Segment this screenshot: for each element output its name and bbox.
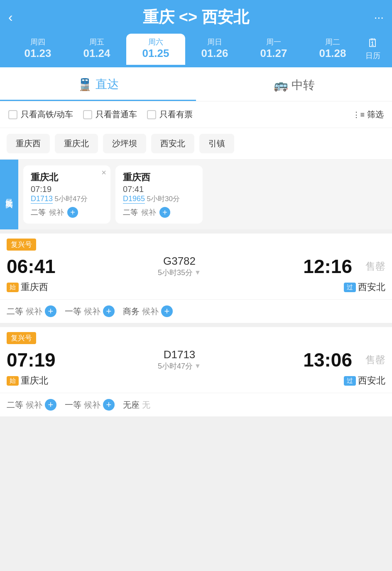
rc-depart-station: 重庆西 <box>123 171 195 184</box>
rc-depart-station: 重庆北 <box>31 171 103 184</box>
train-tag: 复兴号 <box>7 332 36 344</box>
filter-row: 只看高铁/动车 只看普通车 只看有票 ⋮≡ 筛选 <box>0 101 392 128</box>
station-pill[interactable]: 重庆西 <box>7 134 50 153</box>
date-tab-tue[interactable]: 周二 01.28 <box>303 34 362 65</box>
add-waitlist-button[interactable]: + <box>45 399 56 411</box>
tab-direct[interactable]: 🚆 直达 <box>0 67 196 101</box>
mode-tabs: 🚆 直达 🚌 中转 <box>0 67 392 101</box>
date-num: 01.28 <box>319 47 346 60</box>
checkbox-gaotie[interactable] <box>8 110 17 119</box>
date-num: 01.26 <box>201 47 228 60</box>
depart-station-badge: 始 重庆北 <box>7 374 48 387</box>
arrive-station-name: 西安北 <box>358 374 385 387</box>
ticket-item: 无座 无 <box>123 399 150 411</box>
day-of-week: 周一 <box>266 37 281 47</box>
rc-ticket-class: 二等 <box>123 207 138 217</box>
train-station-row: 始 重庆北 过 西安北 <box>0 374 392 393</box>
ticket-availability: 候补 <box>84 306 100 317</box>
arrow-icon: ▼ <box>194 269 201 276</box>
train-depart-time: 06:41 <box>7 255 61 278</box>
date-num: 01.27 <box>260 47 287 60</box>
depart-badge: 始 <box>7 283 19 292</box>
add-waitlist-button[interactable]: + <box>161 305 173 317</box>
date-tab-thu[interactable]: 周四 01.23 <box>8 34 67 65</box>
ticket-item: 二等 候补 + <box>7 305 56 317</box>
ticket-row: 二等 候补 + 一等 候补 + 商务 候补 + <box>0 299 392 323</box>
calendar-button[interactable]: 🗓 日历 <box>362 33 384 66</box>
filter-putong[interactable]: 只看普通车 <box>83 109 137 120</box>
back-button[interactable]: ‹ <box>8 10 25 25</box>
date-tab-sun[interactable]: 周日 01.26 <box>185 34 244 65</box>
train-results: 复兴号 06:41 G3782 5小时35分 ▼ 12:16 售罄 始 重庆西 … <box>0 234 392 416</box>
date-tabs: 周四 01.23周五 01.24周六 01.25周日 01.26周一 01.27… <box>8 33 384 67</box>
train-main-row: 06:41 G3782 5小时35分 ▼ 12:16 售罄 <box>0 251 392 281</box>
day-of-week: 周日 <box>207 37 222 47</box>
calendar-icon: 🗓 <box>367 36 379 50</box>
train-arrive-time: 12:16 <box>298 255 352 278</box>
date-tab-mon[interactable]: 周一 01.27 <box>244 34 303 65</box>
rc-train-number: D1713 <box>31 194 53 204</box>
ticket-availability: 候补 <box>26 306 42 317</box>
bus-icon: 🚌 <box>274 78 288 92</box>
station-pills: 重庆西重庆北沙坪坝西安北引镇 <box>0 128 392 160</box>
day-of-week: 周四 <box>30 37 45 47</box>
train-number[interactable]: G3782 <box>163 255 196 268</box>
add-waitlist-button[interactable]: + <box>45 305 56 317</box>
close-button[interactable]: × <box>101 168 106 177</box>
train-tag: 复兴号 <box>7 239 36 251</box>
station-pill[interactable]: 沙坪坝 <box>103 134 146 153</box>
arrive-station-badge: 过 西安北 <box>344 374 385 387</box>
rc-duration: 5小时30分 <box>147 195 180 203</box>
train-card: 复兴号 07:19 D1713 5小时47分 ▼ 13:06 售罄 始 重庆北 … <box>0 327 392 416</box>
rc-train-row: D1965 5小时30分 <box>123 194 195 204</box>
add-waitlist-button[interactable]: + <box>67 207 78 218</box>
depart-station-name: 重庆西 <box>21 281 48 293</box>
station-pill[interactable]: 西安北 <box>151 134 194 153</box>
add-waitlist-button[interactable]: + <box>159 207 170 218</box>
station-pill[interactable]: 重庆北 <box>55 134 98 153</box>
filter-gaotie[interactable]: 只看高铁/动车 <box>8 109 73 120</box>
depart-badge: 始 <box>7 376 19 386</box>
ticket-class-label: 一等 <box>65 306 81 317</box>
ticket-class-label: 商务 <box>123 306 140 317</box>
station-pill[interactable]: 引镇 <box>199 134 234 153</box>
add-waitlist-button[interactable]: + <box>103 305 115 317</box>
filter-hasvote[interactable]: 只看有票 <box>147 109 193 120</box>
filter-hasvote-label: 只看有票 <box>159 109 193 120</box>
checkbox-putong[interactable] <box>83 110 92 119</box>
ticket-item: 一等 候补 + <box>65 399 115 411</box>
recent-purchase-banner: 最近购买 × 重庆北 07:19 D1713 5小时47分 二等 候补 + 重庆… <box>0 160 392 229</box>
recent-card[interactable]: 重庆西 07:41 D1965 5小时30分 二等 候补 + <box>115 165 203 224</box>
train-middle: G3782 5小时35分 ▼ <box>61 255 298 278</box>
tab-transfer[interactable]: 🚌 中转 <box>196 67 392 101</box>
depart-station-badge: 始 重庆西 <box>7 281 48 293</box>
add-waitlist-button[interactable]: + <box>103 399 115 411</box>
ticket-item: 二等 候补 + <box>7 399 56 411</box>
date-tab-sat[interactable]: 周六 01.25 <box>126 34 185 65</box>
ticket-item: 一等 候补 + <box>65 305 115 317</box>
rc-ticket-status: 候补 <box>49 207 64 217</box>
train-middle: D1713 5小时47分 ▼ <box>61 348 298 371</box>
rc-train-number: D1965 <box>123 194 145 204</box>
arrive-badge: 过 <box>344 283 356 292</box>
recent-card[interactable]: × 重庆北 07:19 D1713 5小时47分 二等 候补 + <box>23 165 110 224</box>
page-title: 重庆 <> 西安北 <box>25 7 367 28</box>
depart-station-name: 重庆北 <box>21 374 48 387</box>
train-number[interactable]: D1713 <box>164 348 196 361</box>
checkbox-hasvote[interactable] <box>147 110 156 119</box>
date-tab-fri[interactable]: 周五 01.24 <box>67 34 126 65</box>
train-depart-time: 07:19 <box>7 349 61 371</box>
recent-cards: × 重庆北 07:19 D1713 5小时47分 二等 候补 + 重庆西 07:… <box>18 160 392 229</box>
rc-duration: 5小时47分 <box>55 195 88 203</box>
calendar-label: 日历 <box>365 51 380 61</box>
train-duration: 5小时47分 ▼ <box>158 361 201 371</box>
header: ‹ 重庆 <> 西安北 ··· 周四 01.23周五 01.24周六 01.25… <box>0 0 392 67</box>
ticket-class-label: 二等 <box>7 306 23 317</box>
rc-ticket: 二等 候补 + <box>123 207 195 218</box>
filter-button[interactable]: ⋮≡ 筛选 <box>353 109 384 120</box>
more-button[interactable]: ··· <box>367 11 384 24</box>
rc-depart-time: 07:19 <box>31 185 103 194</box>
tab-transfer-label: 中转 <box>292 77 315 93</box>
train-icon: 🚆 <box>78 78 92 91</box>
divider <box>0 323 392 327</box>
